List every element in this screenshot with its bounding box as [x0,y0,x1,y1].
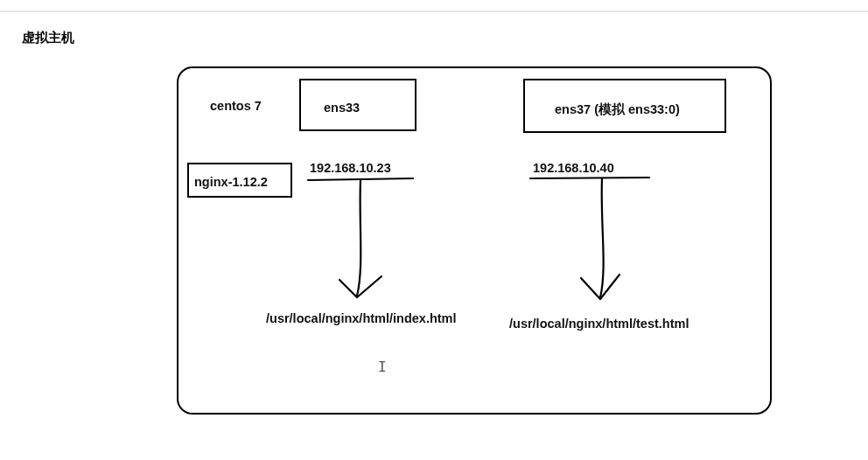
iface1-box: ens33 [299,79,416,131]
separator [0,10,868,12]
path1-label: /usr/local/nginx/html/index.html [266,311,457,325]
diagram-container: centos 7 ens33 ens37 (模拟 ens33:0) nginx-… [177,66,772,415]
os-label: centos 7 [210,99,262,113]
arrow-left-icon [303,171,425,311]
iface1-label: ens33 [324,101,438,115]
iface2-box: ens37 (模拟 ens33:0) [523,79,726,133]
nginx-label: nginx-1.12.2 [194,175,296,189]
path2-label: /usr/local/nginx/html/test.html [509,317,689,331]
page-title: 虚拟主机 [22,30,74,46]
iface2-label: ens37 (模拟 ens33:0) [555,101,754,118]
text-cursor-icon: I [378,359,387,375]
nginx-box: nginx-1.12.2 [187,163,292,198]
arrow-right-icon [528,171,660,311]
